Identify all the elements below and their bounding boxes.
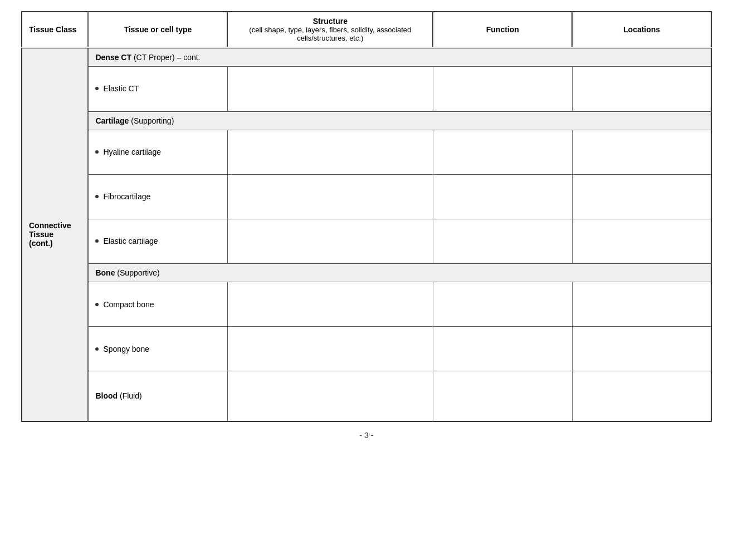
bullet-dot bbox=[95, 195, 99, 198]
fibrocartilage-cell: Fibrocartilage bbox=[88, 174, 227, 219]
dense-ct-header-cell: Dense CT (CT Proper) – cont. bbox=[88, 48, 711, 67]
elastic-ct-structure bbox=[227, 67, 433, 111]
bullet-dot bbox=[95, 150, 99, 154]
elastic-cartilage-function bbox=[433, 219, 572, 263]
fibrocartilage-function bbox=[433, 174, 572, 219]
elastic-cartilage-structure bbox=[227, 219, 433, 263]
hyaline-structure bbox=[227, 130, 433, 174]
elastic-ct-bullet: Elastic CT bbox=[95, 84, 220, 93]
blood-structure bbox=[227, 371, 433, 421]
blood-label-normal: (Fluid) bbox=[118, 391, 142, 400]
page-container: Tissue Class Tissue or cell type Structu… bbox=[21, 11, 712, 440]
header-locations: Locations bbox=[572, 12, 711, 48]
row-elastic-ct: Elastic CT bbox=[22, 67, 711, 111]
blood-cell: Blood (Fluid) bbox=[88, 371, 227, 421]
spongy-bone-function bbox=[433, 327, 572, 371]
compact-bone-function bbox=[433, 282, 572, 327]
bone-label: Bone bbox=[95, 268, 115, 277]
row-elastic-cartilage: Elastic cartilage bbox=[22, 219, 711, 263]
bullet-dot bbox=[95, 347, 99, 351]
row-hyaline: Hyaline cartilage bbox=[22, 130, 711, 174]
header-tissue-class: Tissue Class bbox=[22, 12, 88, 48]
section-cartilage: Cartilage (Supporting) bbox=[22, 111, 711, 130]
cartilage-label: Cartilage bbox=[95, 116, 129, 125]
section-bone: Bone (Supportive) bbox=[22, 263, 711, 282]
elastic-cartilage-locations bbox=[572, 219, 711, 263]
dense-ct-label: Dense CT bbox=[95, 53, 131, 62]
bullet-dot bbox=[95, 239, 99, 243]
bullet-dot bbox=[95, 303, 99, 306]
compact-bone-structure bbox=[227, 282, 433, 327]
blood-label: Blood bbox=[95, 391, 118, 400]
header-structure: Structure (cell shape, type, layers, fib… bbox=[227, 12, 433, 48]
compact-bone-cell: Compact bone bbox=[88, 282, 227, 327]
bone-header-cell: Bone (Supportive) bbox=[88, 263, 711, 282]
page-number: - 3 - bbox=[360, 431, 374, 440]
elastic-ct-cell: Elastic CT bbox=[88, 67, 227, 111]
spongy-bone-locations bbox=[572, 327, 711, 371]
spongy-bone-bullet: Spongy bone bbox=[95, 345, 220, 353]
elastic-cartilage-bullet: Elastic cartilage bbox=[95, 237, 220, 245]
row-compact-bone: Compact bone bbox=[22, 282, 711, 327]
fibrocartilage-bullet: Fibrocartilage bbox=[95, 192, 220, 201]
spongy-bone-structure bbox=[227, 327, 433, 371]
elastic-ct-locations bbox=[572, 67, 711, 111]
row-fibrocartilage: Fibrocartilage bbox=[22, 174, 711, 219]
blood-function bbox=[433, 371, 572, 421]
cartilage-label-normal: (Supporting) bbox=[129, 116, 174, 125]
tissue-class-cell: Connective Tissue (cont.) bbox=[22, 48, 88, 421]
blood-locations bbox=[572, 371, 711, 421]
cartilage-header-cell: Cartilage (Supporting) bbox=[88, 111, 711, 130]
hyaline-function bbox=[433, 130, 572, 174]
hyaline-cell: Hyaline cartilage bbox=[88, 130, 227, 174]
elastic-ct-function bbox=[433, 67, 572, 111]
hyaline-bullet: Hyaline cartilage bbox=[95, 148, 220, 156]
row-spongy-bone: Spongy bone bbox=[22, 327, 711, 371]
header-function: Function bbox=[433, 12, 572, 48]
spongy-bone-cell: Spongy bone bbox=[88, 327, 227, 371]
fibrocartilage-structure bbox=[227, 174, 433, 219]
main-table: Tissue Class Tissue or cell type Structu… bbox=[21, 11, 712, 422]
bone-label-normal: (Supportive) bbox=[115, 268, 159, 277]
header-tissue-type: Tissue or cell type bbox=[88, 12, 227, 48]
dense-ct-label-normal: (CT Proper) – cont. bbox=[131, 53, 200, 62]
bullet-dot bbox=[95, 87, 99, 90]
structure-sub-title: (cell shape, type, layers, fibers, solid… bbox=[234, 26, 426, 42]
structure-main-title: Structure bbox=[234, 17, 426, 26]
compact-bone-locations bbox=[572, 282, 711, 327]
fibrocartilage-locations bbox=[572, 174, 711, 219]
elastic-cartilage-cell: Elastic cartilage bbox=[88, 219, 227, 263]
row-blood: Blood (Fluid) bbox=[22, 371, 711, 421]
compact-bone-bullet: Compact bone bbox=[95, 300, 220, 309]
hyaline-locations bbox=[572, 130, 711, 174]
section-dense-ct: Connective Tissue (cont.) Dense CT (CT P… bbox=[22, 48, 711, 67]
